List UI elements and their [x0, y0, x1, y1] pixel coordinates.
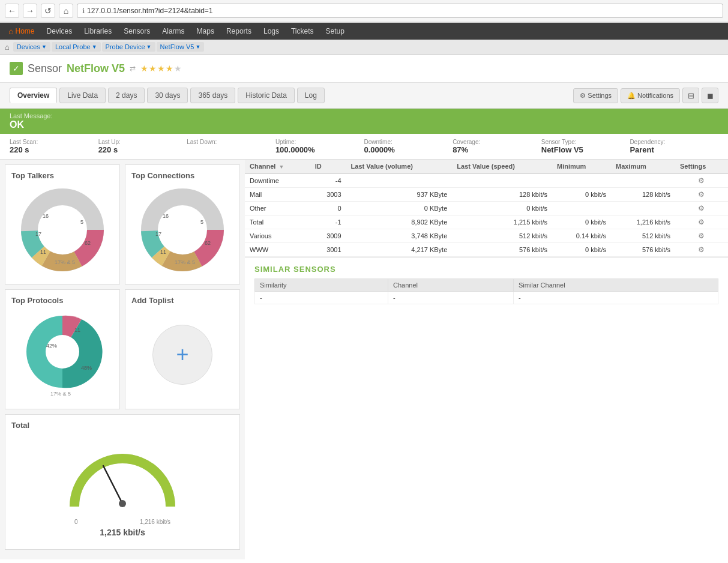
nav-setup[interactable]: Setup: [320, 23, 350, 40]
tab-live-data[interactable]: Live Data: [59, 88, 106, 103]
nav-maps[interactable]: Maps: [191, 23, 220, 40]
top-talkers-svg: 16 5 17 11 62 17% & 5: [17, 185, 107, 275]
svg-text:17% & 5: 17% & 5: [175, 259, 195, 265]
gear-icon[interactable]: ⚙: [698, 218, 705, 226]
breadcrumb-home-icon[interactable]: ⌂: [5, 43, 10, 52]
top-protocols-chart: 11 42% 48% 17% & 5: [11, 310, 113, 400]
gear-icon[interactable]: ⚙: [698, 232, 705, 240]
url-bar[interactable]: ℹ 127.0.0.1/sensor.htm?id=2124&tabid=1: [77, 4, 723, 18]
nav-libraries[interactable]: Libraries: [78, 23, 118, 40]
nav-reports[interactable]: Reports: [220, 23, 257, 40]
svg-text:16: 16: [43, 213, 49, 219]
cell-settings[interactable]: ⚙: [675, 229, 728, 243]
svg-text:16: 16: [163, 213, 169, 219]
cell-id: -1: [310, 215, 346, 229]
cell-channel: -: [388, 292, 514, 304]
svg-text:17% & 5: 17% & 5: [50, 391, 71, 397]
gear-icon[interactable]: ⚙: [698, 176, 705, 185]
top-talkers-title: Top Talkers: [11, 171, 113, 180]
screen-button[interactable]: ⊟: [682, 88, 699, 103]
gear-icon[interactable]: ⚙: [698, 245, 705, 254]
stats-row: Last Scan: 220 s Last Up: 220 s Last Dow…: [0, 134, 728, 160]
star-rating[interactable]: ★ ★ ★ ★ ★: [140, 64, 182, 73]
col-volume[interactable]: Last Value (volume): [346, 160, 453, 173]
cell-maximum: 128 kbit/s: [611, 188, 675, 202]
star-3: ★: [157, 64, 165, 73]
cell-settings[interactable]: ⚙: [675, 188, 728, 202]
tab-log[interactable]: Log: [297, 88, 325, 103]
star-5: ★: [174, 64, 182, 73]
forward-button[interactable]: →: [23, 4, 37, 18]
nav-home[interactable]: ⌂ Home: [2, 23, 40, 40]
top-talkers-widget: Top Talkers: [5, 164, 120, 285]
cell-minimum: 0.14 kbit/s: [552, 229, 611, 243]
top-talkers-chart: 16 5 17 11 62 17% & 5: [11, 185, 113, 275]
cell-maximum: [611, 202, 675, 215]
svg-point-30: [119, 500, 126, 507]
cell-channel: WWW: [245, 243, 310, 257]
cell-settings[interactable]: ⚙: [675, 202, 728, 215]
cell-maximum: 512 kbit/s: [611, 229, 675, 243]
settings-button[interactable]: ⚙ Settings: [573, 88, 618, 103]
svg-point-5: [44, 212, 80, 248]
reload-button[interactable]: ↺: [41, 4, 55, 18]
breadcrumb-netflow[interactable]: NetFlow V5 ▼: [157, 42, 205, 52]
status-bar: Last Message: OK: [0, 109, 728, 134]
gear-icon[interactable]: ⚙: [698, 190, 705, 199]
breadcrumb-probe-device[interactable]: Probe Device ▼: [102, 42, 155, 52]
col-speed[interactable]: Last Value (speed): [452, 160, 552, 173]
nav-devices[interactable]: Devices: [40, 23, 78, 40]
cell-maximum: 1,216 kbit/s: [611, 215, 675, 229]
svg-text:11: 11: [160, 249, 166, 255]
bell-icon: 🔔: [627, 92, 636, 100]
stat-dependency: Dependency: Parent: [630, 139, 718, 154]
back-button[interactable]: ←: [5, 4, 19, 18]
tab-30days[interactable]: 30 days: [147, 88, 188, 103]
channel-table: Channel ▼ ID Last Value (volume) Last Va…: [245, 160, 728, 257]
gear-icon[interactable]: ⚙: [698, 204, 705, 212]
nav-tickets[interactable]: Tickets: [285, 23, 320, 40]
star-2: ★: [149, 64, 157, 73]
tab-historic-data[interactable]: Historic Data: [238, 88, 295, 103]
notifications-button[interactable]: 🔔 Notifications: [621, 88, 680, 103]
home-button[interactable]: ⌂: [59, 4, 73, 18]
cell-id: 3001: [310, 243, 346, 257]
nav-logs[interactable]: Logs: [257, 23, 285, 40]
cell-volume: 4,217 KByte: [346, 243, 453, 257]
cell-settings[interactable]: ⚙: [675, 243, 728, 257]
col-settings: Settings: [675, 160, 728, 173]
tab-2days[interactable]: 2 days: [108, 88, 145, 103]
col-channel[interactable]: Channel ▼: [245, 160, 310, 173]
tab-365days[interactable]: 365 days: [190, 88, 235, 103]
similar-col-similar-channel: Similar Channel: [513, 279, 718, 292]
tab-overview[interactable]: Overview: [10, 88, 57, 103]
breadcrumb-local-probe[interactable]: Local Probe ▼: [52, 42, 101, 52]
cell-minimum: 0 kbit/s: [552, 188, 611, 202]
top-connections-chart: 16 5 17 11 62 17% & 5: [131, 185, 233, 275]
right-panel: Channel ▼ ID Last Value (volume) Last Va…: [245, 160, 728, 559]
similar-sensors-table: Similarity Channel Similar Channel -: [254, 278, 718, 304]
gauge-min: 0: [74, 519, 78, 525]
top-protocols-svg: 11 42% 48% 17% & 5: [17, 307, 107, 403]
col-maximum[interactable]: Maximum: [611, 160, 675, 173]
main-content: Top Talkers: [0, 160, 728, 559]
stat-last-up: Last Up: 220 s: [98, 139, 187, 154]
col-minimum[interactable]: Minimum: [552, 160, 611, 173]
page-content: ✓ Sensor NetFlow V5 ⇄ ★ ★ ★ ★ ★ Overview…: [0, 55, 728, 563]
stop-button[interactable]: ◼: [702, 88, 718, 103]
cell-settings[interactable]: ⚙: [675, 215, 728, 229]
cell-channel: Various: [245, 229, 310, 243]
cell-settings[interactable]: ⚙: [675, 173, 728, 188]
nav-sensors[interactable]: Sensors: [118, 23, 156, 40]
cell-minimum: 0 kbit/s: [552, 215, 611, 229]
nav-alarms[interactable]: Alarms: [156, 23, 190, 40]
cell-id: 3003: [310, 188, 346, 202]
breadcrumb-devices[interactable]: Devices ▼: [13, 42, 50, 52]
svg-text:17% & 5: 17% & 5: [55, 259, 75, 265]
home-icon: ⌂: [8, 26, 13, 36]
cell-volume: 0 KByte: [346, 202, 453, 215]
add-toplist-widget[interactable]: Add Toplist +: [125, 289, 240, 409]
add-toplist-button[interactable]: +: [152, 325, 212, 385]
sensor-status-check: ✓: [10, 62, 23, 75]
col-id[interactable]: ID: [310, 160, 346, 173]
